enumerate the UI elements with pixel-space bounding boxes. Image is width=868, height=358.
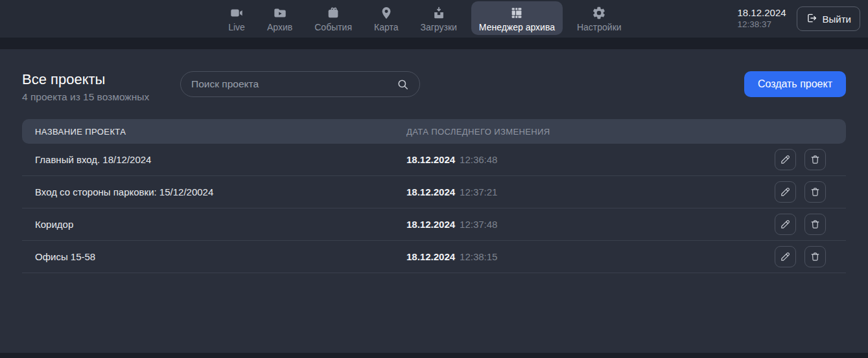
- last-modified: 18.12.202412:37:21: [406, 186, 757, 197]
- nav-tab-label: Live: [228, 22, 245, 32]
- row-actions: [757, 181, 846, 203]
- nav-tab-события[interactable]: События: [307, 1, 360, 35]
- settings-gear-icon: [591, 5, 607, 21]
- events-calendar-icon: [325, 5, 342, 21]
- modified-date: 18.12.2024: [406, 154, 455, 165]
- title-block: Все проекты 4 проекта из 15 возможных: [22, 71, 180, 103]
- header-project-name: НАЗВАНИЕ ПРОЕКТА: [22, 127, 406, 137]
- video-camera-icon: [228, 5, 245, 21]
- last-modified: 18.12.202412:38:15: [406, 251, 757, 262]
- last-modified: 18.12.202412:36:48: [406, 154, 757, 165]
- nav-tab-карта[interactable]: Карта: [366, 1, 406, 35]
- divider-band: [0, 38, 868, 49]
- app-window: LiveАрхивСобытияКартаЗагрузкиМенеджер ар…: [0, 0, 868, 358]
- logout-icon: [806, 12, 817, 26]
- project-search[interactable]: [180, 71, 420, 97]
- delete-trash-icon: [810, 251, 821, 262]
- create-project-button[interactable]: Создать проект: [744, 71, 846, 97]
- logout-label: Выйти: [823, 14, 851, 25]
- modified-date: 18.12.2024: [406, 186, 455, 197]
- project-name: Офисы 15-58: [22, 251, 406, 262]
- nav-tab-label: Карта: [374, 22, 398, 32]
- downloads-icon: [430, 5, 447, 21]
- search-input[interactable]: [191, 78, 390, 90]
- logout-button[interactable]: Выйти: [797, 6, 860, 31]
- search-icon[interactable]: [397, 78, 409, 91]
- delete-project-button[interactable]: [804, 214, 826, 235]
- modified-time: 12:38:15: [460, 251, 497, 262]
- edit-pencil-icon: [780, 251, 791, 262]
- project-name: Главный вход. 18/12/2024: [22, 154, 406, 165]
- clock: 18.12.2024 12:38:37: [738, 7, 786, 30]
- modified-date: 18.12.2024: [406, 219, 455, 230]
- last-modified: 18.12.202412:37:48: [406, 219, 757, 230]
- nav-tab-label: Настройки: [577, 22, 622, 32]
- row-actions: [757, 149, 846, 170]
- table-row: Офисы 15-5818.12.202412:38:15: [22, 241, 846, 273]
- edit-project-button[interactable]: [775, 149, 796, 170]
- table-row: Главный вход. 18/12/202418.12.202412:36:…: [22, 144, 846, 176]
- current-date: 18.12.2024: [738, 7, 786, 19]
- edit-project-button[interactable]: [775, 214, 796, 235]
- main-content: Все проекты 4 проекта из 15 возможных Со…: [0, 49, 868, 353]
- nav-tab-live[interactable]: Live: [220, 1, 253, 35]
- current-time: 12:38:37: [738, 19, 786, 30]
- table-body: Главный вход. 18/12/202418.12.202412:36:…: [22, 144, 846, 273]
- row-actions: [757, 246, 846, 267]
- delete-trash-icon: [810, 219, 821, 230]
- edit-pencil-icon: [780, 154, 791, 165]
- delete-project-button[interactable]: [804, 246, 826, 267]
- edit-project-button[interactable]: [775, 181, 796, 203]
- modified-time: 12:36:48: [460, 154, 497, 165]
- projects-toolbar: Все проекты 4 проекта из 15 возможных Со…: [22, 71, 846, 103]
- table-row: Вход со стороны парковки: 15/12/2002418.…: [22, 176, 846, 208]
- nav-tab-менеджер-архива[interactable]: Менеджер архива: [471, 1, 563, 35]
- nav-tab-label: Архив: [267, 22, 292, 32]
- page-title: Все проекты: [22, 71, 180, 88]
- projects-count-subtitle: 4 проекта из 15 возможных: [22, 91, 180, 103]
- modified-time: 12:37:21: [460, 186, 497, 197]
- project-name: Вход со стороны парковки: 15/12/20024: [22, 186, 406, 197]
- delete-project-button[interactable]: [804, 181, 826, 203]
- nav-tab-настройки[interactable]: Настройки: [569, 1, 629, 35]
- nav-tabs: LiveАрхивСобытияКартаЗагрузкиМенеджер ар…: [220, 0, 629, 38]
- delete-trash-icon: [810, 154, 821, 165]
- navbar-right: 18.12.2024 12:38:37 Выйти: [738, 0, 861, 38]
- edit-pencil-icon: [780, 219, 791, 230]
- nav-tab-label: События: [314, 22, 352, 32]
- row-actions: [757, 214, 846, 235]
- edit-project-button[interactable]: [775, 246, 796, 267]
- delete-trash-icon: [810, 186, 821, 197]
- top-navbar: LiveАрхивСобытияКартаЗагрузкиМенеджер ар…: [0, 0, 868, 38]
- delete-project-button[interactable]: [804, 149, 826, 170]
- nav-tab-загрузки[interactable]: Загрузки: [413, 1, 465, 35]
- archive-manager-icon: [508, 5, 525, 21]
- projects-table: НАЗВАНИЕ ПРОЕКТА ДАТА ПОСЛЕДНЕГО ИЗМЕНЕН…: [22, 119, 846, 273]
- modified-date: 18.12.2024: [406, 251, 455, 262]
- nav-tab-label: Загрузки: [421, 22, 457, 32]
- table-row: Коридор18.12.202412:37:48: [22, 208, 846, 241]
- edit-pencil-icon: [780, 186, 791, 197]
- table-header: НАЗВАНИЕ ПРОЕКТА ДАТА ПОСЛЕДНЕГО ИЗМЕНЕН…: [22, 119, 846, 144]
- nav-tab-label: Менеджер архива: [479, 22, 555, 32]
- modified-time: 12:37:48: [460, 219, 497, 230]
- project-name: Коридор: [22, 219, 406, 230]
- map-pin-icon: [378, 5, 395, 21]
- bottom-band: [0, 353, 868, 358]
- header-last-modified: ДАТА ПОСЛЕДНЕГО ИЗМЕНЕНИЯ: [406, 127, 757, 137]
- archive-folder-icon: [272, 5, 288, 21]
- nav-tab-архив[interactable]: Архив: [259, 1, 300, 35]
